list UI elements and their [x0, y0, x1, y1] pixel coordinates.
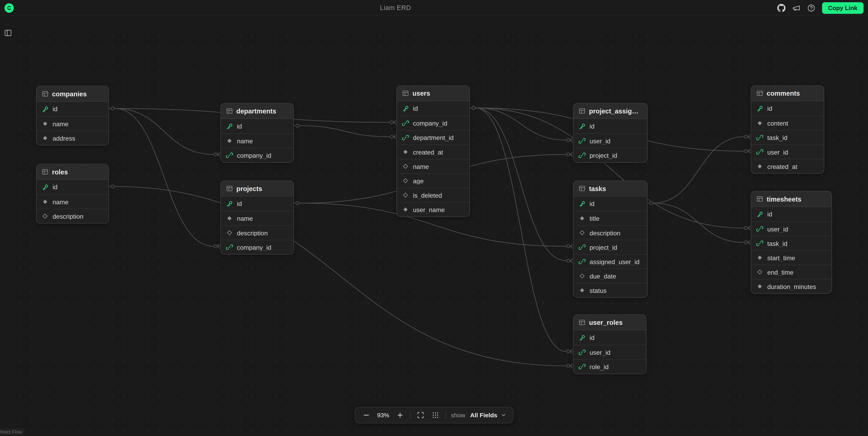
nullable-icon	[756, 269, 764, 276]
column-row-tasks-id[interactable]: id	[574, 196, 647, 211]
table-header-roles[interactable]: roles	[36, 164, 108, 180]
foreign-key-icon	[402, 134, 409, 141]
column-row-companies-id[interactable]: id	[36, 102, 108, 116]
primary-key-icon	[579, 123, 586, 130]
column-row-project_assignments-project_id[interactable]: project_id	[574, 148, 647, 162]
column-row-timesheets-id[interactable]: id	[751, 207, 832, 221]
column-row-users-age[interactable]: age	[397, 173, 470, 188]
column-row-projects-description[interactable]: description	[221, 225, 293, 240]
table-node-comments[interactable]: commentsidcontenttask_iduser_idcreated_a…	[751, 85, 824, 174]
table-name: timesheets	[767, 195, 801, 203]
column-name: user_name	[413, 206, 445, 213]
column-row-timesheets-end_time[interactable]: end_time	[751, 264, 832, 279]
table-node-user_roles[interactable]: user_rolesiduser_idrole_id	[573, 314, 647, 374]
column-row-companies-address[interactable]: address	[36, 131, 108, 145]
column-row-roles-description[interactable]: description	[36, 209, 108, 223]
column-row-departments-name[interactable]: name	[221, 133, 293, 148]
column-row-timesheets-user_id[interactable]: user_id	[751, 221, 832, 236]
sidebar-toggle-button[interactable]	[3, 28, 13, 38]
column-row-users-id[interactable]: id	[397, 101, 470, 116]
column-name: created_at	[767, 163, 798, 169]
table-header-users[interactable]: users	[397, 86, 470, 101]
table-node-timesheets[interactable]: timesheetsiduser_idtask_idstart_timeend_…	[751, 191, 832, 294]
copy-link-button[interactable]: Copy Link	[822, 2, 863, 13]
column-row-users-created_at[interactable]: created_at	[397, 145, 470, 159]
column-row-tasks-title[interactable]: title	[574, 211, 647, 225]
column-row-companies-name[interactable]: name	[36, 116, 108, 131]
column-row-timesheets-duration_minutes[interactable]: duration_minutes	[751, 279, 832, 293]
table-node-project_assignments[interactable]: project_assignmentsiduser_idproject_id	[573, 103, 648, 163]
column-row-users-user_name[interactable]: user_name	[397, 202, 470, 216]
column-row-users-department_id[interactable]: department_id	[397, 130, 470, 145]
primary-key-icon	[41, 105, 49, 113]
table-header-projects[interactable]: projects	[221, 181, 293, 196]
liam-logo[interactable]	[4, 3, 14, 12]
column-row-comments-user_id[interactable]: user_id	[751, 145, 824, 159]
column-row-users-name[interactable]: name	[397, 159, 470, 173]
column-row-comments-created_at[interactable]: created_at	[751, 159, 824, 173]
column-row-timesheets-task_id[interactable]: task_id	[751, 236, 832, 250]
column-name: duration_minutes	[767, 283, 816, 290]
not-null-icon	[41, 198, 49, 206]
foreign-key-icon	[579, 152, 586, 159]
reactflow-attribution[interactable]: React Flow	[0, 429, 24, 435]
github-icon	[777, 4, 785, 12]
column-row-tasks-project_id[interactable]: project_id	[574, 240, 647, 254]
column-name: department_id	[413, 134, 454, 141]
table-node-tasks[interactable]: tasksidtitledescriptionproject_idassigne…	[573, 180, 648, 298]
table-node-companies[interactable]: companiesidnameaddress	[36, 86, 109, 146]
table-node-users[interactable]: usersidcompany_iddepartment_idcreated_at…	[396, 85, 470, 217]
table-nodes-layer: companiesidnameaddressrolesidnamedescrip…	[0, 0, 868, 436]
table-header-comments[interactable]: comments	[751, 86, 824, 101]
table-header-timesheets[interactable]: timesheets	[751, 191, 832, 207]
tidy-up-grid-icon	[432, 411, 439, 419]
table-header-companies[interactable]: companies	[36, 86, 108, 102]
column-row-users-is_deleted[interactable]: is_deleted	[397, 188, 470, 202]
table-name: companies	[52, 90, 87, 98]
zoom-in-button[interactable]	[395, 410, 405, 420]
column-name: id	[237, 123, 242, 129]
column-row-comments-content[interactable]: content	[751, 116, 824, 130]
table-name: tasks	[589, 185, 606, 192]
tidy-up-button[interactable]	[431, 410, 441, 420]
column-row-user_roles-user_id[interactable]: user_id	[574, 345, 646, 359]
column-row-user_roles-role_id[interactable]: role_id	[574, 359, 646, 374]
column-row-projects-id[interactable]: id	[221, 196, 293, 211]
foreign-key-icon	[226, 244, 233, 251]
column-row-users-company_id[interactable]: company_id	[397, 116, 470, 130]
column-row-departments-id[interactable]: id	[221, 119, 293, 133]
help-button[interactable]	[807, 4, 815, 12]
show-label: show	[451, 412, 465, 418]
zoom-level: 93%	[376, 412, 390, 418]
table-header-tasks[interactable]: tasks	[574, 181, 647, 196]
table-node-projects[interactable]: projectsidnamedescriptioncompany_id	[220, 180, 294, 254]
column-row-projects-company_id[interactable]: company_id	[221, 240, 293, 254]
column-row-tasks-due_date[interactable]: due_date	[574, 269, 647, 283]
table-header-project_assignments[interactable]: project_assignments	[574, 103, 647, 119]
column-row-user_roles-id[interactable]: id	[574, 331, 646, 345]
column-row-comments-task_id[interactable]: task_id	[751, 130, 824, 145]
column-row-tasks-assigned_user_id[interactable]: assigned_user_id	[574, 254, 647, 269]
erd-canvas[interactable]: companiesidnameaddressrolesidnamedescrip…	[0, 0, 868, 436]
zoom-out-button[interactable]	[362, 410, 371, 420]
column-row-timesheets-start_time[interactable]: start_time	[751, 250, 832, 264]
column-row-project_assignments-id[interactable]: id	[574, 119, 647, 133]
fit-view-button[interactable]	[415, 410, 426, 420]
table-node-roles[interactable]: rolesidnamedescription	[36, 164, 109, 224]
column-row-projects-name[interactable]: name	[221, 211, 293, 225]
github-button[interactable]	[777, 4, 785, 12]
fields-filter-dropdown[interactable]: All Fields	[470, 412, 507, 418]
column-row-roles-id[interactable]: id	[36, 180, 108, 194]
table-header-departments[interactable]: departments	[221, 103, 293, 119]
primary-key-icon	[226, 123, 233, 130]
column-row-tasks-description[interactable]: description	[574, 225, 647, 240]
column-row-roles-name[interactable]: name	[36, 194, 108, 209]
fit-view-icon	[417, 411, 425, 419]
column-row-departments-company_id[interactable]: company_id	[221, 148, 293, 162]
column-row-comments-id[interactable]: id	[751, 101, 824, 116]
table-node-departments[interactable]: departmentsidnamecompany_id	[220, 103, 294, 163]
table-header-user_roles[interactable]: user_roles	[574, 315, 646, 331]
column-row-project_assignments-user_id[interactable]: user_id	[574, 133, 647, 148]
column-row-tasks-status[interactable]: status	[574, 283, 647, 297]
announcements-button[interactable]	[792, 4, 800, 12]
